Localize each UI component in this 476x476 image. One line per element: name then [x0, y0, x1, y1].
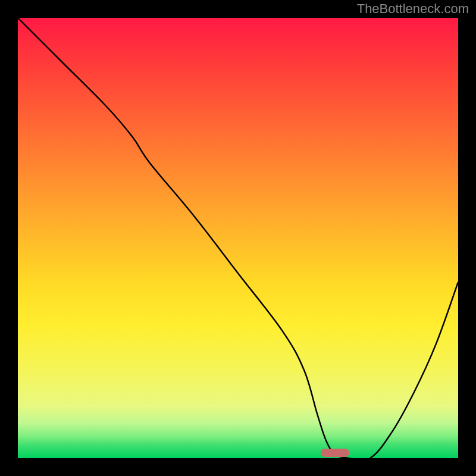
watermark-text: TheBottleneck.com — [357, 1, 469, 17]
plot-area — [18, 18, 458, 458]
optimal-marker — [321, 449, 349, 457]
chart-container: TheBottleneck.com — [0, 0, 476, 476]
bottleneck-curve — [18, 18, 458, 458]
